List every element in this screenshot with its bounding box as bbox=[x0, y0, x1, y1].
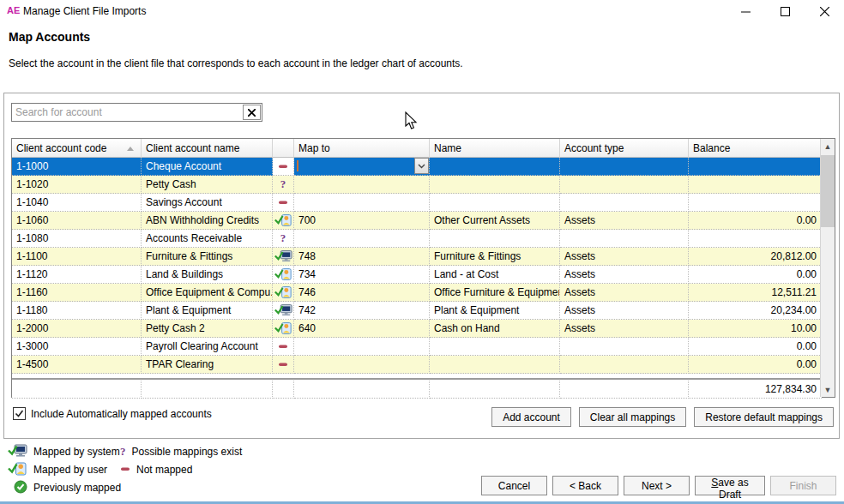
column-header-client-account-name[interactable]: Client account name bbox=[142, 139, 273, 158]
account-type-cell[interactable]: Assets bbox=[560, 266, 689, 284]
mapped-name-cell[interactable]: Cash on Hand bbox=[430, 320, 560, 338]
client-account-code-cell[interactable]: 1-1000 bbox=[12, 158, 142, 176]
clear-all-mappings-button[interactable]: Clear all mappings bbox=[579, 407, 686, 427]
map-to-cell[interactable]: 700 bbox=[294, 212, 430, 230]
client-account-code-cell[interactable]: 1-1160 bbox=[12, 284, 142, 302]
balance-cell[interactable]: 0.00 bbox=[689, 356, 822, 374]
map-to-cell[interactable]: 746 bbox=[294, 284, 430, 302]
map-to-combobox[interactable] bbox=[294, 158, 429, 175]
table-row-1-1160[interactable]: 1-1160Office Equipment & Compu...746Offi… bbox=[12, 284, 822, 302]
client-account-name-cell[interactable]: Petty Cash bbox=[142, 176, 273, 194]
client-account-code-cell[interactable]: 1-1060 bbox=[12, 212, 142, 230]
client-account-name-cell[interactable]: Cheque Account bbox=[142, 158, 273, 176]
close-icon[interactable] bbox=[805, 0, 844, 22]
include-auto-mapped-checkbox[interactable]: Include Automatically mapped accounts bbox=[13, 407, 212, 420]
map-to-cell[interactable] bbox=[294, 158, 430, 176]
search-input[interactable] bbox=[12, 104, 242, 121]
map-to-cell[interactable] bbox=[294, 194, 430, 212]
balance-cell[interactable]: 0.00 bbox=[689, 266, 822, 284]
account-type-cell[interactable]: Assets bbox=[560, 284, 689, 302]
mapped-name-cell[interactable]: Land - at Cost bbox=[430, 266, 560, 284]
scroll-down-icon[interactable]: ▼ bbox=[821, 382, 835, 397]
column-header-map-to[interactable]: Map to bbox=[294, 139, 430, 158]
mapping-status-cell[interactable] bbox=[273, 356, 294, 374]
account-type-cell[interactable] bbox=[560, 176, 689, 194]
balance-cell[interactable] bbox=[689, 194, 822, 212]
balance-cell[interactable] bbox=[689, 230, 822, 248]
balance-cell[interactable]: 0.00 bbox=[689, 338, 822, 356]
table-row-1-4500[interactable]: 1-4500TPAR Clearing0.00 bbox=[12, 356, 822, 374]
map-to-cell[interactable]: 734 bbox=[294, 266, 430, 284]
client-account-code-cell[interactable]: 1-4500 bbox=[12, 356, 142, 374]
mapped-name-cell[interactable] bbox=[430, 338, 560, 356]
client-account-name-cell[interactable]: TPAR Clearing bbox=[142, 356, 273, 374]
mapped-name-cell[interactable]: Plant & Equipment bbox=[430, 302, 560, 320]
table-row-1-3000[interactable]: 1-3000Payroll Clearing Account0.00 bbox=[12, 338, 822, 356]
client-account-code-cell[interactable]: 1-3000 bbox=[12, 338, 142, 356]
mapping-status-cell[interactable] bbox=[273, 158, 294, 176]
account-type-cell[interactable] bbox=[560, 230, 689, 248]
scroll-up-icon[interactable]: ▲ bbox=[821, 139, 835, 153]
map-to-cell[interactable]: 742 bbox=[294, 302, 430, 320]
account-type-cell[interactable] bbox=[560, 338, 689, 356]
mapping-status-cell[interactable] bbox=[273, 248, 294, 266]
mapping-status-cell[interactable] bbox=[273, 212, 294, 230]
cancel-button[interactable]: Cancel bbox=[481, 476, 547, 495]
client-account-name-cell[interactable]: Furniture & Fittings bbox=[142, 248, 273, 266]
column-header-balance[interactable]: Balance bbox=[689, 139, 822, 158]
mapping-status-cell[interactable] bbox=[273, 320, 294, 338]
mapped-name-cell[interactable] bbox=[430, 356, 560, 374]
table-row-1-1180[interactable]: 1-1180Plant & Equipment742Plant & Equipm… bbox=[12, 302, 822, 320]
map-to-cell[interactable] bbox=[294, 338, 430, 356]
table-row-1-1060[interactable]: 1-1060ABN Withholding Credits700Other Cu… bbox=[12, 212, 822, 230]
balance-cell[interactable]: 12,511.21 bbox=[689, 284, 822, 302]
account-type-cell[interactable]: Assets bbox=[560, 320, 689, 338]
client-account-name-cell[interactable]: ABN Withholding Credits bbox=[142, 212, 273, 230]
client-account-name-cell[interactable]: Plant & Equipment bbox=[142, 302, 273, 320]
mapped-name-cell[interactable] bbox=[430, 176, 560, 194]
client-account-code-cell[interactable]: 1-2000 bbox=[12, 320, 142, 338]
balance-cell[interactable]: 10.00 bbox=[689, 320, 822, 338]
table-row-1-1100[interactable]: 1-1100Furniture & Fittings748Furniture &… bbox=[12, 248, 822, 266]
client-account-name-cell[interactable]: Office Equipment & Compu... bbox=[142, 284, 273, 302]
mapping-status-cell[interactable] bbox=[273, 194, 294, 212]
next-button[interactable]: Next > bbox=[624, 476, 690, 495]
map-to-cell[interactable]: 748 bbox=[294, 248, 430, 266]
maximize-icon[interactable] bbox=[765, 0, 805, 22]
account-type-cell[interactable] bbox=[560, 158, 689, 176]
client-account-code-cell[interactable]: 1-1040 bbox=[12, 194, 142, 212]
map-to-cell[interactable] bbox=[294, 230, 430, 248]
mapping-status-cell[interactable]: ? bbox=[273, 230, 294, 248]
client-account-code-cell[interactable]: 1-1100 bbox=[12, 248, 142, 266]
save-as-draft-button[interactable]: Save as Draft bbox=[695, 476, 765, 495]
mapped-name-cell[interactable]: Office Furniture & Equipment bbox=[430, 284, 560, 302]
mapped-name-cell[interactable] bbox=[430, 194, 560, 212]
map-to-cell[interactable] bbox=[294, 356, 430, 374]
mapping-status-cell[interactable]: ? bbox=[273, 176, 294, 194]
table-row-1-1040[interactable]: 1-1040Savings Account bbox=[12, 194, 822, 212]
balance-cell[interactable] bbox=[689, 176, 822, 194]
balance-cell[interactable] bbox=[689, 158, 822, 176]
balance-cell[interactable]: 20,234.00 bbox=[689, 302, 822, 320]
client-account-name-cell[interactable]: Accounts Receivable bbox=[142, 230, 273, 248]
mapped-name-cell[interactable] bbox=[430, 158, 560, 176]
mapping-status-cell[interactable] bbox=[273, 266, 294, 284]
client-account-code-cell[interactable]: 1-1080 bbox=[12, 230, 142, 248]
add-account-button[interactable]: Add account bbox=[491, 407, 571, 427]
account-type-cell[interactable] bbox=[560, 194, 689, 212]
account-type-cell[interactable] bbox=[560, 356, 689, 374]
column-header-client-account-code[interactable]: Client account code bbox=[12, 139, 142, 158]
column-header-account-type[interactable]: Account type bbox=[560, 139, 689, 158]
client-account-name-cell[interactable]: Land & Buildings bbox=[142, 266, 273, 284]
mapping-status-cell[interactable] bbox=[273, 338, 294, 356]
combobox-dropdown-icon[interactable] bbox=[414, 158, 429, 174]
table-row-1-1120[interactable]: 1-1120Land & Buildings734Land - at CostA… bbox=[12, 266, 822, 284]
vertical-scrollbar[interactable]: ▲ ▼ bbox=[820, 139, 835, 397]
account-type-cell[interactable]: Assets bbox=[560, 248, 689, 266]
client-account-name-cell[interactable]: Petty Cash 2 bbox=[142, 320, 273, 338]
client-account-code-cell[interactable]: 1-1120 bbox=[12, 266, 142, 284]
column-header-status-icon[interactable] bbox=[273, 139, 294, 158]
table-row-1-1020[interactable]: 1-1020Petty Cash? bbox=[12, 176, 822, 194]
mapped-name-cell[interactable] bbox=[430, 230, 560, 248]
balance-cell[interactable]: 0.00 bbox=[689, 212, 822, 230]
